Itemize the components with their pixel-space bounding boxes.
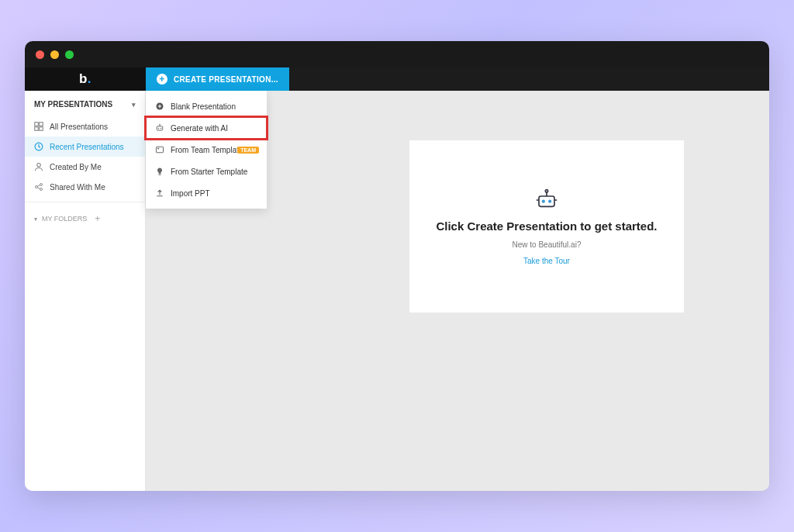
sidebar-item-label: Shared With Me bbox=[50, 183, 105, 192]
titlebar bbox=[25, 41, 769, 67]
sidebar-header[interactable]: MY PRESENTATIONS ▾ bbox=[25, 91, 145, 116]
dd-item-label: From Starter Template bbox=[171, 168, 247, 176]
plus-circle-icon: + bbox=[157, 74, 167, 85]
logo-cell: b. bbox=[25, 67, 146, 91]
svg-point-5 bbox=[37, 164, 41, 168]
svg-point-17 bbox=[159, 124, 161, 126]
sidebar-item-label: All Presentations bbox=[50, 123, 108, 131]
svg-rect-0 bbox=[35, 123, 39, 126]
sidebar-header-label: MY PRESENTATIONS bbox=[34, 100, 112, 109]
svg-point-10 bbox=[542, 199, 545, 202]
sidebar-item-all[interactable]: All Presentations bbox=[25, 116, 145, 136]
upload-icon bbox=[155, 188, 164, 198]
topbar: b. + CREATE PRESENTATION... bbox=[25, 67, 769, 91]
svg-point-11 bbox=[548, 199, 551, 202]
svg-rect-18 bbox=[157, 147, 164, 153]
svg-point-8 bbox=[40, 188, 43, 191]
create-presentation-button[interactable]: + CREATE PRESENTATION... bbox=[146, 67, 289, 91]
clock-icon bbox=[34, 142, 43, 151]
dd-item-label: Blank Presentation bbox=[171, 102, 236, 111]
dd-item-generate-ai[interactable]: Generate with AI bbox=[146, 117, 267, 139]
body: MY PRESENTATIONS ▾ All Presentations Rec… bbox=[25, 91, 769, 491]
svg-point-16 bbox=[161, 128, 162, 130]
user-icon bbox=[34, 162, 43, 171]
dd-item-import-ppt[interactable]: Import PPT bbox=[146, 182, 267, 204]
topbar-spacer bbox=[289, 67, 769, 91]
svg-point-15 bbox=[158, 128, 160, 130]
team-template-icon bbox=[155, 145, 164, 154]
minimize-dot[interactable] bbox=[50, 50, 59, 59]
folders-header[interactable]: ▾ MY FOLDERS + bbox=[25, 202, 145, 235]
svg-rect-3 bbox=[40, 127, 43, 131]
svg-rect-2 bbox=[35, 127, 39, 131]
dd-item-blank[interactable]: Blank Presentation bbox=[146, 95, 267, 117]
grid-icon bbox=[34, 122, 43, 131]
svg-rect-9 bbox=[539, 196, 554, 206]
share-icon bbox=[34, 182, 43, 192]
folders-label: MY FOLDERS bbox=[42, 215, 87, 223]
svg-point-12 bbox=[545, 189, 547, 192]
svg-rect-19 bbox=[157, 148, 159, 150]
svg-point-6 bbox=[36, 186, 38, 188]
empty-state-subtitle: New to Beautiful.ai? bbox=[513, 240, 582, 249]
app-window: b. + CREATE PRESENTATION... MY PRESENTAT… bbox=[25, 41, 769, 491]
sidebar-item-label: Recent Presentations bbox=[50, 143, 124, 151]
sidebar-item-created[interactable]: Created By Me bbox=[25, 157, 145, 177]
maximize-dot[interactable] bbox=[65, 50, 74, 59]
svg-rect-20 bbox=[159, 174, 161, 175]
svg-rect-1 bbox=[40, 123, 43, 126]
robot-small-icon bbox=[155, 123, 164, 133]
sidebar: MY PRESENTATIONS ▾ All Presentations Rec… bbox=[25, 91, 146, 491]
close-dot[interactable] bbox=[36, 50, 44, 59]
create-button-label: CREATE PRESENTATION... bbox=[174, 75, 278, 84]
robot-icon bbox=[533, 188, 560, 212]
dd-item-starter-template[interactable]: From Starter Template bbox=[146, 161, 267, 182]
empty-state-title: Click Create Presentation to get started… bbox=[436, 219, 657, 233]
sidebar-item-label: Created By Me bbox=[50, 163, 102, 171]
triangle-down-icon: ▾ bbox=[34, 216, 37, 223]
dd-item-label: Generate with AI bbox=[171, 124, 228, 133]
svg-point-7 bbox=[40, 184, 43, 186]
create-dropdown: Blank Presentation Generate with AI From… bbox=[146, 91, 267, 209]
plus-dark-icon bbox=[155, 102, 164, 111]
sidebar-item-shared[interactable]: Shared With Me bbox=[25, 177, 145, 197]
bulb-icon bbox=[155, 167, 164, 176]
chevron-down-icon: ▾ bbox=[132, 101, 136, 109]
dd-item-label: Import PPT bbox=[171, 189, 210, 198]
sidebar-list: All Presentations Recent Presentations C… bbox=[25, 116, 145, 197]
logo: b. bbox=[79, 71, 91, 87]
sidebar-item-recent[interactable]: Recent Presentations bbox=[25, 136, 145, 157]
dd-item-label: From Team Template bbox=[171, 146, 243, 154]
take-tour-link[interactable]: Take the Tour bbox=[523, 257, 570, 265]
empty-state-card: Click Create Presentation to get started… bbox=[409, 140, 684, 313]
add-folder-icon[interactable]: + bbox=[95, 213, 100, 224]
dd-item-team-template[interactable]: From Team Template TEAM bbox=[146, 139, 267, 161]
team-badge: TEAM bbox=[237, 147, 259, 154]
svg-rect-14 bbox=[157, 126, 163, 130]
